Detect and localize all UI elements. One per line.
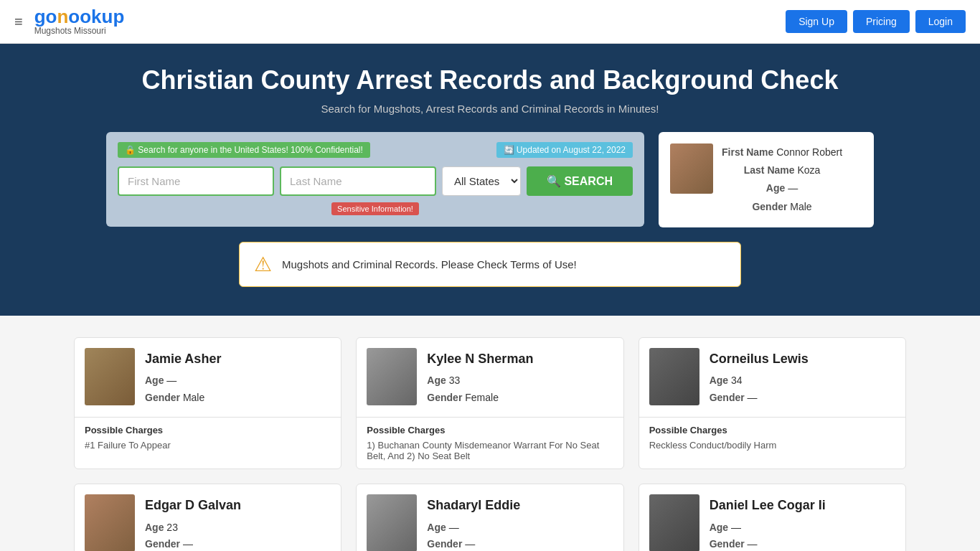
age-label: Age [766,182,785,194]
search-notice-row: 🔒 Search for anyone in the United States… [118,142,633,161]
record-gender: Gender — [145,536,241,551]
profile-last-name: Last Name Koza [722,161,842,179]
logo-nook: n [57,6,68,27]
record-gender: Gender Female [427,390,533,407]
record-age: Age 34 [710,372,809,390]
last-name-label: Last Name [744,164,795,176]
record-charges-title: Possible Charges [367,425,613,435]
record-age: Age 33 [427,372,533,390]
pricing-button[interactable]: Pricing [853,10,910,33]
record-info: Jamie Asher Age — Gender Male [145,348,221,407]
first-name-label: First Name [722,146,773,158]
record-card-header: Corneilus Lewis Age 34 Gender — [639,338,905,417]
record-name: Jamie Asher [145,348,221,370]
record-age: Age — [710,519,826,537]
record-charges-text: 1) Buchanan County Misdemeanor Warrant F… [367,440,613,461]
record-info: Corneilus Lewis Age 34 Gender — [710,348,809,407]
search-box: 🔒 Search for anyone in the United States… [106,132,644,227]
record-card: Kylee N Sherman Age 33 Gender Female Pos… [356,337,623,469]
profile-age: Age — [722,179,842,197]
record-card: Corneilus Lewis Age 34 Gender — Possible… [639,337,906,469]
record-card: Edgar D Galvan Age 23 Gender — Possible … [74,484,341,551]
sensitive-badge: Sensitive Information! [331,202,419,215]
record-card: Jamie Asher Age — Gender Male Possible C… [74,337,341,469]
gender-label: Gender [752,201,787,212]
record-card-header: Daniel Lee Cogar Ii Age — Gender — [639,484,905,551]
record-card-header: Kylee N Sherman Age 33 Gender Female [357,338,623,417]
record-gender: Gender Male [145,390,221,407]
header-buttons: Sign Up Pricing Login [786,10,966,33]
record-card: Shadaryl Eddie Age — Gender — Possible C… [356,484,623,551]
record-info: Daniel Lee Cogar Ii Age — Gender — [710,494,826,551]
record-charges-section: Possible Charges 1) Buchanan County Misd… [357,417,623,468]
record-avatar [85,494,135,551]
search-notice-badge: 🔒 Search for anyone in the United States… [118,142,370,158]
logo-text: gonookup [34,7,125,26]
warning-text: Mugshots and Criminal Records. Please Ch… [282,258,577,270]
search-button[interactable]: 🔍 SEARCH [527,166,633,196]
record-age: Age 23 [145,519,241,537]
header: ≡ gonookup Mugshots Missouri Sign Up Pri… [0,0,980,44]
record-info: Shadaryl Eddie Age — Gender — [427,494,520,551]
record-name: Shadaryl Eddie [427,494,520,517]
hero-subtitle: Search for Mugshots, Arrest Records and … [14,103,966,115]
records-section: Jamie Asher Age — Gender Male Possible C… [60,337,920,551]
first-name-input[interactable] [118,166,274,196]
record-card: Daniel Lee Cogar Ii Age — Gender — Possi… [639,484,906,551]
warning-bar: ⚠ Mugshots and Criminal Records. Please … [239,242,741,287]
record-avatar [649,348,699,405]
menu-icon[interactable]: ≡ [14,14,23,30]
profile-first-name: First Name Connor Robert [722,143,842,161]
logo-subtitle: Mugshots Missouri [34,26,106,36]
search-updated-badge: 🔄 Updated on August 22, 2022 [496,142,633,158]
record-age: Age — [145,372,221,390]
logo-okup: ookup [68,6,124,27]
record-card-header: Edgar D Galvan Age 23 Gender — [75,484,341,551]
record-charges-title: Possible Charges [85,425,331,435]
search-inputs: All States Alabama Alaska Arizona Arkans… [118,166,633,196]
records-grid: Jamie Asher Age — Gender Male Possible C… [74,337,906,551]
record-avatar [367,348,417,405]
profile-card-hero: First Name Connor Robert Last Name Koza … [659,132,874,227]
record-card-header: Jamie Asher Age — Gender Male [75,338,341,417]
record-charges-section: Possible Charges #1 Failure To Appear [75,417,341,458]
record-avatar [649,494,699,551]
search-wrapper: 🔒 Search for anyone in the United States… [60,132,920,227]
logo-go: go [34,6,57,27]
warning-icon: ⚠ [254,253,272,276]
record-age: Age — [427,519,520,537]
signup-button[interactable]: Sign Up [786,10,847,33]
record-gender: Gender — [710,536,826,551]
record-avatar [367,494,417,551]
record-card-header: Shadaryl Eddie Age — Gender — [357,484,623,551]
record-charges-text: Reckless Conduct/bodily Harm [649,440,895,451]
last-name-input[interactable] [280,166,436,196]
hero-title: Christian County Arrest Records and Back… [14,65,966,95]
record-gender: Gender — [427,536,520,551]
record-charges-section: Possible Charges Reckless Conduct/bodily… [639,417,905,458]
logo: gonookup Mugshots Missouri [34,7,125,36]
login-button[interactable]: Login [915,10,966,33]
record-name: Edgar D Galvan [145,494,241,517]
profile-avatar [670,143,713,194]
record-name: Daniel Lee Cogar Ii [710,494,826,517]
profile-gender: Gender Male [722,198,842,216]
record-charges-title: Possible Charges [649,425,895,435]
states-select[interactable]: All States Alabama Alaska Arizona Arkans… [442,166,521,196]
record-gender: Gender — [710,390,809,407]
record-name: Corneilus Lewis [710,348,809,370]
record-name: Kylee N Sherman [427,348,533,370]
record-info: Kylee N Sherman Age 33 Gender Female [427,348,533,407]
hero-section: Christian County Arrest Records and Back… [0,44,980,316]
profile-info: First Name Connor Robert Last Name Koza … [722,143,842,216]
record-charges-text: #1 Failure To Appear [85,440,331,451]
record-avatar [85,348,135,405]
record-info: Edgar D Galvan Age 23 Gender — [145,494,241,551]
